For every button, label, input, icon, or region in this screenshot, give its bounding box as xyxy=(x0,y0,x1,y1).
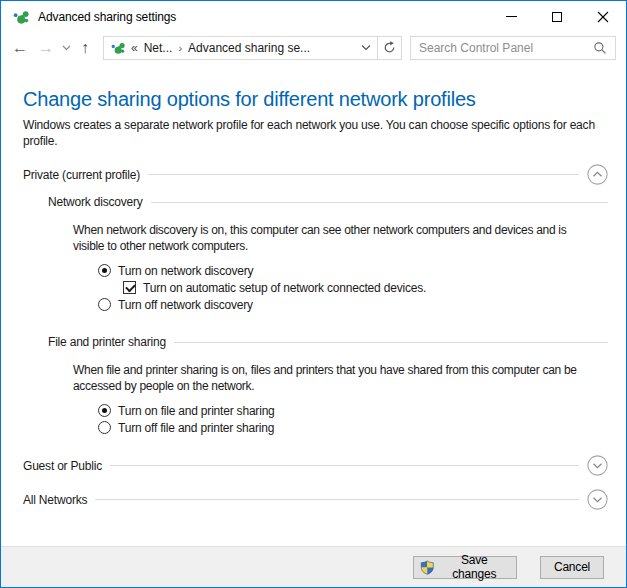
subsection-file-printer-sharing: File and printer sharing xyxy=(48,334,608,350)
file-printer-sharing-description: When file and printer sharing is on, fil… xyxy=(73,362,597,394)
radio-button-unchecked[interactable] xyxy=(98,421,111,434)
intro-text: Windows creates a separate network profi… xyxy=(23,117,608,149)
chevron-down-circle-icon xyxy=(587,489,608,510)
radio-button-checked[interactable] xyxy=(98,264,111,277)
profile-section-private: Private (current profile) xyxy=(23,164,608,185)
profile-title-guest-public: Guest or Public xyxy=(23,459,102,473)
section-divider xyxy=(95,499,579,500)
search-box xyxy=(410,36,616,60)
expand-all-networks-button[interactable] xyxy=(587,489,608,510)
close-button[interactable] xyxy=(580,1,626,32)
radio-turn-on-file-printer-sharing[interactable]: Turn on file and printer sharing xyxy=(98,402,608,419)
collapse-private-button[interactable] xyxy=(587,164,608,185)
section-divider xyxy=(148,174,579,175)
checkbox-automatic-setup[interactable]: Turn on automatic setup of network conne… xyxy=(123,279,608,296)
section-divider xyxy=(151,202,608,203)
cancel-button[interactable]: Cancel xyxy=(540,556,604,579)
navigation-bar: ← → ↑ « Net... › Advanced sharing se... xyxy=(1,32,626,63)
address-dropdown-button[interactable] xyxy=(361,44,371,51)
maximize-button[interactable] xyxy=(534,1,580,32)
search-icon[interactable] xyxy=(593,41,607,55)
footer-bar: Save changes Cancel xyxy=(1,546,626,587)
network-sharing-icon xyxy=(111,41,125,55)
breadcrumb-overflow-button[interactable]: « xyxy=(131,41,138,55)
back-button[interactable]: ← xyxy=(7,35,33,61)
maximize-icon xyxy=(552,12,562,22)
chevron-down-icon xyxy=(62,45,71,51)
minimize-icon xyxy=(506,16,517,17)
radio-turn-off-file-printer-sharing[interactable]: Turn off file and printer sharing xyxy=(98,419,608,436)
refresh-button[interactable] xyxy=(377,36,402,60)
forward-button[interactable]: → xyxy=(33,35,59,61)
profile-title-all-networks: All Networks xyxy=(23,493,87,507)
radio-button-unchecked[interactable] xyxy=(98,298,111,311)
profile-title-private: Private (current profile) xyxy=(23,168,140,182)
breadcrumb-item-network[interactable]: Net... xyxy=(144,41,173,55)
up-button[interactable]: ↑ xyxy=(73,35,97,61)
profile-section-all-networks: All Networks xyxy=(23,489,608,510)
search-input[interactable] xyxy=(419,41,593,55)
title-bar: Advanced sharing settings xyxy=(1,1,626,32)
close-icon xyxy=(597,11,609,23)
network-sharing-icon xyxy=(13,9,29,25)
save-changes-label: Save changes xyxy=(439,553,510,581)
network-discovery-description: When network discovery is on, this compu… xyxy=(73,222,597,254)
page-title: Change sharing options for different net… xyxy=(23,88,608,111)
network-discovery-options: Turn on network discovery Turn on automa… xyxy=(98,262,608,313)
expand-guest-public-button[interactable] xyxy=(587,455,608,476)
radio-turn-on-network-discovery[interactable]: Turn on network discovery xyxy=(98,262,608,279)
section-divider xyxy=(174,342,608,343)
refresh-icon xyxy=(383,41,396,54)
network-discovery-title: Network discovery xyxy=(48,195,143,209)
save-changes-button[interactable]: Save changes xyxy=(413,556,517,579)
recent-pages-button[interactable] xyxy=(59,35,73,61)
main-content: Change sharing options for different net… xyxy=(1,63,626,546)
breadcrumb-separator-icon: › xyxy=(178,42,182,54)
uac-shield-icon xyxy=(420,560,435,575)
cancel-label: Cancel xyxy=(554,560,590,574)
file-printer-sharing-options: Turn on file and printer sharing Turn of… xyxy=(98,402,608,436)
file-printer-sharing-title: File and printer sharing xyxy=(48,335,166,349)
address-bar[interactable]: « Net... › Advanced sharing se... xyxy=(103,36,378,60)
subsection-network-discovery: Network discovery xyxy=(48,194,608,210)
caption-buttons xyxy=(488,1,626,32)
checkbox-checked[interactable] xyxy=(123,281,136,294)
advanced-sharing-settings-window: Advanced sharing settings ← → ↑ xyxy=(0,0,627,588)
chevron-up-circle-icon xyxy=(587,164,608,185)
section-divider xyxy=(110,465,579,466)
profile-section-guest-public: Guest or Public xyxy=(23,455,608,476)
radio-button-checked[interactable] xyxy=(98,404,111,417)
minimize-button[interactable] xyxy=(488,1,534,32)
window-title: Advanced sharing settings xyxy=(38,10,176,24)
breadcrumb-item-advanced-sharing[interactable]: Advanced sharing se... xyxy=(188,41,310,55)
radio-turn-off-network-discovery[interactable]: Turn off network discovery xyxy=(98,296,608,313)
chevron-down-circle-icon xyxy=(587,455,608,476)
